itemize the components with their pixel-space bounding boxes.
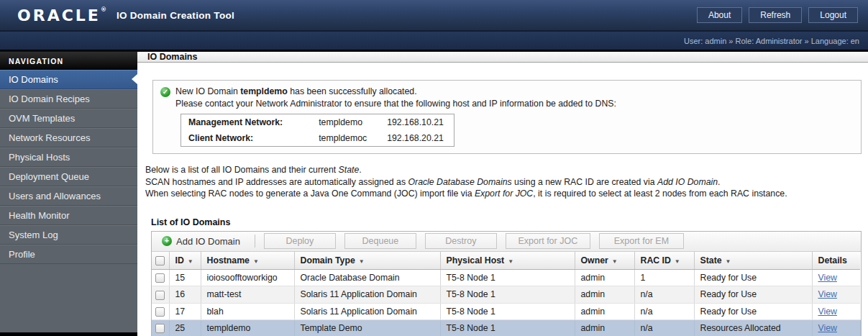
sort-arrow-icon: ▼ xyxy=(188,258,193,265)
sort-arrow-icon: ▼ xyxy=(612,258,618,265)
deploy-button[interactable]: Deploy xyxy=(264,233,336,249)
cell-owner: admin xyxy=(575,303,634,319)
cell-domain-type: Solaris 11 Application Domain xyxy=(294,286,440,303)
add-io-domain-button[interactable]: + Add IO Domain xyxy=(157,236,245,247)
column-header-id[interactable]: ID▼ xyxy=(169,252,201,270)
sidebar: NAVIGATION IO Domains IO Domain Recipes … xyxy=(0,52,137,336)
cell-id: 17 xyxy=(169,303,201,319)
row-checkbox[interactable] xyxy=(155,273,165,283)
column-header-rac-id[interactable]: RAC ID▼ xyxy=(634,252,694,270)
cell-id: 16 xyxy=(169,286,201,303)
user-info-text: User: admin » Role: Administrator » Lang… xyxy=(684,37,859,45)
sidebar-item-io-domains[interactable]: IO Domains xyxy=(0,70,137,89)
intro-line-2: SCAN hostnames and IP addresses are auto… xyxy=(145,176,862,189)
page-title: IO Domains xyxy=(147,52,197,62)
column-header-details: Details xyxy=(812,252,860,270)
dns-info-table: Management Network: templdemo 192.168.10… xyxy=(181,114,454,147)
cell-physical-host: T5-8 Node 1 xyxy=(440,303,575,319)
network-ip: 192.168.20.21 xyxy=(380,130,454,147)
cell-state: Ready for Use xyxy=(694,286,812,303)
page-header: IO Domains xyxy=(137,52,868,63)
cell-owner: admin xyxy=(575,319,634,336)
cell-id: 25 xyxy=(169,319,201,336)
cell-domain-type: Template Demo xyxy=(294,319,440,336)
oracle-logo: ORACLE® xyxy=(17,6,106,24)
table-row-selected: 25 templdemo Template Demo T5-8 Node 1 a… xyxy=(152,319,860,336)
content-area: ✓ New IO Domain templdemo has been succe… xyxy=(137,63,868,336)
sidebar-item-users-and-allowances[interactable]: Users and Allowances xyxy=(0,186,137,206)
about-button[interactable]: About xyxy=(697,7,742,23)
cell-owner: admin xyxy=(575,270,634,286)
selected-arrow-icon xyxy=(132,74,137,84)
sort-arrow-icon: ▼ xyxy=(675,258,680,265)
network-hostname: templdemo xyxy=(311,114,380,131)
view-details-link[interactable]: View xyxy=(818,273,837,283)
sort-arrow-icon: ▼ xyxy=(726,258,731,265)
cell-rac-id: n/a xyxy=(634,319,694,336)
table-row: 16 matt-test Solaris 11 Application Doma… xyxy=(152,286,860,303)
column-header-hostname[interactable]: Hostname▼ xyxy=(201,252,294,270)
column-header-domain-type[interactable]: Domain Type▼ xyxy=(294,252,440,270)
sidebar-item-deployment-queue[interactable]: Deployment Queue xyxy=(0,167,137,186)
intro-paragraphs: Below is a list of all IO Domains and th… xyxy=(145,164,862,200)
cell-hostname: blah xyxy=(201,303,294,319)
intro-line-1: Below is a list of all IO Domains and th… xyxy=(145,164,862,176)
user-info-bar: User: admin » Role: Administrator » Lang… xyxy=(0,32,868,50)
table-row: 17 blah Solaris 11 Application Domain T5… xyxy=(152,303,860,319)
cell-state: Ready for Use xyxy=(694,270,812,286)
sidebar-item-system-log[interactable]: System Log xyxy=(0,225,137,245)
view-details-link[interactable]: View xyxy=(818,289,837,299)
view-details-link[interactable]: View xyxy=(818,307,837,317)
sidebar-item-health-monitor[interactable]: Health Monitor xyxy=(0,206,137,225)
add-plus-icon: + xyxy=(162,236,172,246)
network-label: Management Network: xyxy=(181,114,312,131)
list-heading: List of IO Domains xyxy=(151,217,868,227)
cell-hostname: matt-test xyxy=(201,286,294,303)
select-all-header xyxy=(152,252,169,270)
export-for-joc-button[interactable]: Export for JOC xyxy=(506,233,590,249)
sidebar-item-network-resources[interactable]: Network Resources xyxy=(0,128,137,147)
cell-state: Ready for Use xyxy=(694,303,812,319)
alert-line2: Please contact your Network Administrato… xyxy=(175,98,854,110)
row-checkbox[interactable] xyxy=(155,291,165,300)
cell-hostname: templdemo xyxy=(201,319,294,336)
cell-domain-type: Solaris 11 Application Domain xyxy=(294,303,440,319)
sidebar-item-physical-hosts[interactable]: Physical Hosts xyxy=(0,147,137,167)
cell-physical-host: T5-8 Node 1 xyxy=(440,286,575,303)
row-checkbox[interactable] xyxy=(155,324,165,333)
column-header-physical-host[interactable]: Physical Host▼ xyxy=(440,252,575,270)
table-row: Management Network: templdemo 192.168.10… xyxy=(181,114,454,131)
success-message-box: ✓ New IO Domain templdemo has been succe… xyxy=(152,80,862,154)
sort-arrow-icon: ▼ xyxy=(253,258,259,265)
main-panel: IO Domains ✓ New IO Domain templdemo has… xyxy=(137,52,868,336)
sidebar-title: NAVIGATION xyxy=(0,52,137,70)
select-all-checkbox[interactable] xyxy=(155,256,165,265)
export-for-em-button[interactable]: Export for EM xyxy=(599,233,684,249)
cell-physical-host: T5-8 Node 1 xyxy=(440,270,575,286)
logout-button[interactable]: Logout xyxy=(808,7,858,23)
top-header: ORACLE® IO Domain Creation Tool About Re… xyxy=(0,0,868,32)
column-header-owner[interactable]: Owner▼ xyxy=(575,252,634,270)
grid-toolbar: + Add IO Domain Deploy Dequeue Destroy E… xyxy=(152,232,861,252)
view-details-link[interactable]: View xyxy=(818,323,837,333)
sidebar-item-profile[interactable]: Profile xyxy=(0,245,137,264)
row-checkbox[interactable] xyxy=(155,307,165,317)
refresh-button[interactable]: Refresh xyxy=(749,7,802,23)
sort-arrow-icon: ▼ xyxy=(359,258,365,265)
network-label: Client Network: xyxy=(181,130,312,147)
dequeue-button[interactable]: Dequeue xyxy=(344,233,416,249)
success-check-icon: ✓ xyxy=(160,87,170,97)
column-header-state[interactable]: State▼ xyxy=(694,252,812,270)
table-row: Client Network: templdemoc 192.168.20.21 xyxy=(181,130,454,147)
intro-line-3: When selecting RAC nodes to generate a J… xyxy=(145,188,862,200)
cell-owner: admin xyxy=(575,286,634,303)
alert-line1: New IO Domain templdemo has been success… xyxy=(175,86,417,98)
table-header-row: ID▼ Hostname▼ Domain Type▼ Physical Host… xyxy=(152,252,860,270)
sidebar-item-ovm-templates[interactable]: OVM Templates xyxy=(0,109,137,128)
table-row: 15 ioiosoofftoworkigo Oracle Database Do… xyxy=(152,270,860,286)
sidebar-item-io-domain-recipes[interactable]: IO Domain Recipes xyxy=(0,89,137,109)
cell-rac-id: n/a xyxy=(634,286,694,303)
network-hostname: templdemoc xyxy=(311,130,380,147)
destroy-button[interactable]: Destroy xyxy=(425,233,497,249)
network-ip: 192.168.10.21 xyxy=(380,114,454,131)
